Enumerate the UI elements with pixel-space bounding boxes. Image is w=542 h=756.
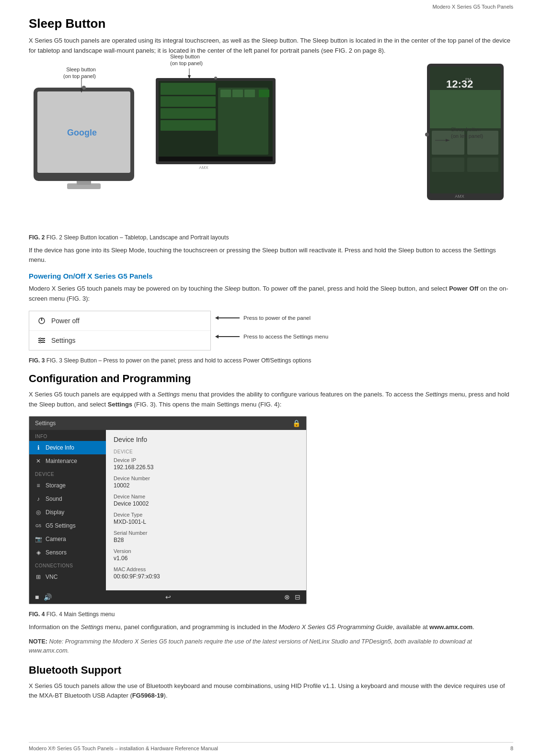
bluetooth-heading: Bluetooth Support (29, 664, 513, 677)
storage-icon: ≡ (35, 482, 42, 489)
svg-point-46 (43, 339, 44, 341)
sidebar-item-vnc[interactable]: ⊞ VNC (29, 570, 106, 584)
svg-rect-21 (244, 90, 255, 97)
annotation-center-arrow (182, 68, 196, 83)
field-device-number: Device Number 10002 (114, 475, 299, 489)
svg-rect-20 (232, 90, 243, 97)
power-ann-row: Press to power of the panel (216, 315, 335, 322)
svg-rect-15 (161, 83, 216, 95)
camera-icon: 📷 (35, 536, 42, 542)
fig3-caption: FIG. 3 FIG. 3 Sleep Button – Press to po… (29, 357, 513, 364)
settings-arrow (216, 336, 240, 337)
settings-bottom-left-icons: ■ 🔊 (35, 593, 52, 601)
svg-text:PM: PM (465, 77, 471, 81)
fig2-center-area: Sleep button (on top panel) (156, 73, 276, 180)
settings-label: Settings (51, 337, 76, 344)
settings-row: Settings (29, 331, 210, 350)
field-device-type: Device Type MXD-1001-L (114, 512, 299, 525)
svg-text:AMX: AMX (455, 194, 464, 199)
maintenance-icon: ✕ (35, 458, 42, 464)
sidebar-connections-label: CONNECTIONS (29, 559, 106, 570)
fig2-center-device: AMX (156, 73, 276, 179)
svg-rect-16 (161, 96, 216, 107)
sidebar-item-camera[interactable]: 📷 Camera (29, 532, 106, 546)
field-device-name: Device Name Device 10002 (114, 494, 299, 507)
sidebar-item-maintenarce[interactable]: ✕ Maintenarce (29, 454, 106, 468)
annotation-right-arrow (433, 135, 452, 145)
fig2-left-device: Google (29, 83, 139, 198)
svg-rect-17 (161, 108, 216, 119)
settings-content-title: Device Info (114, 436, 299, 443)
fig2-container: Sleep button (on top panel) Google (29, 64, 513, 226)
page-footer: Modero X® Series G5 Touch Panels – insta… (29, 742, 513, 751)
settings-ann-row: Press to access the Settings menu (216, 333, 335, 340)
settings-device-section: DEVICE (114, 449, 299, 454)
config-body1: X Series G5 touch panels are equipped wi… (29, 390, 513, 410)
sidebar-item-display[interactable]: ◎ Display (29, 506, 106, 519)
sleep-button-body2: If the device has gone into its Sleep Mo… (29, 246, 513, 266)
settings-annotation-text: Press to access the Settings menu (243, 333, 328, 340)
svg-point-45 (40, 338, 41, 339)
settings-icon (37, 336, 46, 345)
bottom-square-icon: ■ (35, 593, 39, 601)
sidebar-item-g5settings[interactable]: G5 G5 Settings (29, 519, 106, 532)
svg-point-38 (425, 133, 429, 136)
field-serial-number: Serial Number B28 (114, 530, 299, 543)
svg-rect-24 (159, 157, 273, 161)
settings-titlebar-text: Settings (35, 420, 56, 427)
sidebar-device-label: DEVICE (29, 468, 106, 479)
bottom-menu-icon: ⊟ (295, 593, 300, 601)
svg-text:Google: Google (67, 128, 97, 137)
bluetooth-body: X Series G5 touch panels allow the use o… (29, 681, 513, 701)
settings-bottom-right-icons: ⊗ ⊟ (284, 593, 300, 601)
fig4-caption: FIG. 4 FIG. 4 Main Settings menu (29, 611, 513, 618)
info-icon: ℹ (35, 444, 42, 451)
annotation-right: Sleep button (on left panel) (451, 126, 513, 140)
bottom-close-icon: ⊗ (284, 593, 290, 601)
svg-rect-37 (467, 158, 498, 172)
power-off-row: Power off (29, 311, 210, 331)
svg-rect-14 (218, 88, 268, 155)
fig2-left-area: Sleep button (on top panel) Google (29, 83, 139, 199)
powering-body: Modero X Series G5 touch panels may be p… (29, 284, 513, 304)
svg-marker-10 (188, 75, 191, 79)
settings-body: INFO ℹ Device Info ✕ Maintenarce DEVICE … (29, 430, 306, 590)
bottom-back-icon: ↩ (165, 593, 171, 601)
svg-rect-33 (430, 90, 501, 128)
svg-rect-19 (220, 90, 231, 97)
powering-heading: Powering On/Off X Series G5 Panels (29, 272, 513, 280)
svg-rect-36 (432, 158, 464, 172)
config-heading: Configuration and Programming (29, 372, 513, 385)
sleep-button-heading: Sleep Button (29, 16, 513, 31)
power-annotations: Press to power of the panel Press to acc… (216, 311, 335, 341)
settings-bottom-bar: ■ 🔊 ↩ ⊗ ⊟ (29, 590, 306, 604)
power-annotation-text: Press to power of the panel (243, 315, 311, 322)
settings-screenshot: Settings 🔒 INFO ℹ Device Info ✕ Maintena… (29, 416, 307, 604)
fig2-right-area: Sleep button (on left panel) 12:32 PM (422, 64, 513, 204)
sleep-button-body1: X Series G5 touch panels are operated us… (29, 36, 513, 56)
sidebar-item-sensors[interactable]: ◈ Sensors (29, 546, 106, 559)
svg-point-23 (214, 77, 217, 79)
sidebar-info-label: INFO (29, 430, 106, 441)
g5-icon: G5 (35, 523, 42, 528)
svg-rect-22 (259, 90, 269, 97)
svg-marker-1 (80, 89, 83, 92)
settings-content: Device Info DEVICE Device IP 192.168.226… (106, 430, 306, 590)
field-mac-address: MAC Address 00:60:9F:97:x0:93 (114, 566, 299, 580)
annotation-left-arrow (67, 78, 91, 97)
footer-left: Modero X® Series G5 Touch Panels – insta… (29, 745, 218, 751)
note-box: NOTE: Note: Programming the Modero X Ser… (29, 637, 513, 655)
sidebar-item-storage[interactable]: ≡ Storage (29, 479, 106, 492)
power-settings-box: Power off Settings (29, 311, 211, 350)
sidebar-item-sound[interactable]: ♪ Sound (29, 492, 106, 506)
display-icon: ◎ (35, 509, 42, 516)
sensors-icon: ◈ (35, 549, 42, 556)
settings-sidebar: INFO ℹ Device Info ✕ Maintenarce DEVICE … (29, 430, 106, 590)
power-settings-area: Power off Settings (29, 311, 513, 350)
settings-titlebar: Settings 🔒 (29, 417, 306, 430)
sidebar-item-device-info[interactable]: ℹ Device Info (29, 441, 106, 454)
power-arrow (216, 317, 240, 318)
power-icon (37, 316, 46, 326)
field-version: Version v1.06 (114, 548, 299, 562)
svg-marker-27 (446, 139, 450, 142)
